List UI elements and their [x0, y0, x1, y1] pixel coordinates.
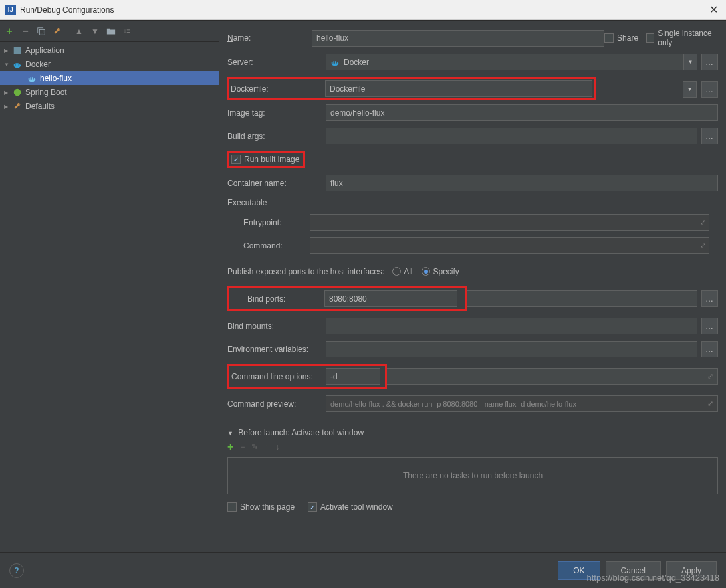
dockerfile-label: Dockerfile:: [231, 84, 325, 94]
bind-ports-label: Bind ports:: [231, 294, 324, 304]
container-name-label: Container name:: [227, 179, 326, 188]
cmdline-label: Command line options:: [231, 372, 326, 381]
expand-icon[interactable]: ⤢: [707, 399, 713, 408]
edit-task-button[interactable]: ✎: [251, 442, 258, 452]
specify-label: Specify: [433, 267, 459, 276]
env-vars-input[interactable]: [326, 341, 697, 357]
before-launch-section: ▼ Before launch: Activate tool window + …: [227, 428, 718, 512]
tree-application[interactable]: Application: [0, 43, 219, 57]
server-label: Server:: [227, 58, 326, 67]
radio-specify[interactable]: [422, 267, 430, 276]
build-args-input[interactable]: [326, 128, 697, 144]
expand-icon[interactable]: [4, 102, 12, 110]
preview-row: Command preview: demo/hello-flux . && do…: [227, 395, 718, 412]
window-title: Run/Debug Configurations: [20, 5, 707, 15]
move-down-button[interactable]: ▼: [90, 26, 100, 37]
build-args-row: Build args: …: [227, 128, 718, 144]
no-tasks-label: There are no tasks to run before launch: [403, 471, 543, 480]
image-tag-label: Image tag:: [227, 108, 326, 118]
before-launch-header[interactable]: ▼ Before launch: Activate tool window: [227, 428, 718, 437]
bind-ports-more-button[interactable]: …: [701, 290, 718, 307]
cmdline-input[interactable]: [326, 368, 380, 385]
move-task-up-button[interactable]: ↑: [265, 442, 269, 452]
run-built-image-checkbox[interactable]: Run built image: [231, 155, 299, 164]
apply-button[interactable]: Apply: [666, 561, 717, 580]
before-launch-label: Before launch: Activate tool window: [238, 428, 364, 437]
svg-rect-2: [14, 47, 21, 54]
bind-mounts-input[interactable]: [326, 318, 697, 334]
server-row: Server: Docker ▼ …: [227, 54, 718, 70]
folder-button[interactable]: [106, 26, 116, 37]
expand-icon[interactable]: [4, 60, 12, 68]
bottom-bar: ? OK Cancel Apply: [0, 552, 726, 588]
expand-icon[interactable]: [4, 88, 12, 96]
chevron-down-icon[interactable]: ▼: [684, 54, 697, 70]
docker-icon: [12, 59, 23, 70]
image-tag-row: Image tag:: [227, 104, 718, 121]
container-name-row: Container name:: [227, 175, 718, 191]
server-more-button[interactable]: …: [701, 54, 718, 70]
container-name-input[interactable]: [326, 175, 718, 191]
tree-label: Spring Boot: [25, 88, 67, 97]
share-label: Share: [617, 33, 638, 43]
single-instance-checkbox[interactable]: Single instance only: [646, 29, 718, 47]
env-vars-label: Environment variables:: [227, 345, 326, 354]
remove-config-button[interactable]: −: [20, 26, 31, 37]
right-panel: Name: Share Single instance only Server:…: [219, 21, 726, 570]
copy-config-button[interactable]: [36, 26, 47, 37]
executable-label: Executable: [227, 198, 718, 207]
expand-icon[interactable]: ⤢: [700, 218, 706, 227]
share-checkbox[interactable]: Share: [604, 33, 638, 43]
command-label: Command:: [227, 241, 310, 250]
publish-label: Publish exposed ports to the host interf…: [227, 267, 384, 276]
server-dropdown[interactable]: Docker ▼: [326, 54, 697, 70]
edit-templates-button[interactable]: [52, 26, 62, 37]
tree-label: hello-flux: [40, 74, 72, 83]
add-config-button[interactable]: +: [4, 26, 15, 37]
name-input[interactable]: [312, 30, 604, 47]
entrypoint-row: Entrypoint: ⤢: [227, 214, 718, 231]
main-area: + − ▲ ▼ ↓≡ Application: [0, 20, 726, 570]
add-task-button[interactable]: +: [227, 441, 233, 453]
show-page-checkbox[interactable]: Show this page: [227, 502, 295, 512]
preview-label: Command preview:: [227, 399, 326, 409]
dockerfile-more-button[interactable]: …: [701, 81, 718, 98]
left-panel: + − ▲ ▼ ↓≡ Application: [0, 21, 219, 570]
publish-row: Publish exposed ports to the host interf…: [227, 263, 718, 280]
help-button[interactable]: ?: [9, 563, 24, 578]
command-input[interactable]: [310, 237, 709, 254]
activate-tool-checkbox[interactable]: Activate tool window: [308, 502, 393, 512]
expand-icon[interactable]: ⤢: [700, 241, 706, 250]
env-vars-more-button[interactable]: …: [701, 341, 718, 357]
command-row: Command: ⤢: [227, 237, 718, 254]
tree-defaults[interactable]: Defaults: [0, 99, 219, 113]
dockerfile-dropdown[interactable]: Dockerfile: [325, 80, 592, 97]
svg-point-3: [14, 88, 21, 96]
cancel-button[interactable]: Cancel: [606, 561, 661, 580]
sort-button[interactable]: ↓≡: [122, 26, 132, 37]
chevron-down-icon[interactable]: ▼: [683, 81, 697, 98]
all-label: All: [404, 267, 412, 276]
entrypoint-input[interactable]: [310, 214, 709, 231]
expand-icon[interactable]: ⤢: [707, 372, 713, 381]
entrypoint-label: Entrypoint:: [227, 218, 310, 227]
tree-spring-boot[interactable]: Spring Boot: [0, 85, 219, 99]
titlebar: IJ Run/Debug Configurations ✕: [0, 0, 726, 20]
remove-task-button[interactable]: −: [240, 442, 245, 452]
svg-rect-1: [39, 29, 45, 35]
bind-mounts-more-button[interactable]: …: [701, 318, 718, 334]
tree-label: Defaults: [25, 102, 55, 111]
build-args-more-button[interactable]: …: [701, 128, 718, 144]
move-task-down-button[interactable]: ↓: [275, 442, 279, 452]
move-up-button[interactable]: ▲: [74, 26, 84, 37]
app-icon: IJ: [5, 5, 16, 15]
bind-ports-input[interactable]: [324, 290, 457, 307]
image-tag-input[interactable]: [326, 104, 718, 121]
tree-hello-flux[interactable]: hello-flux: [0, 71, 219, 85]
ok-button[interactable]: OK: [558, 561, 600, 580]
radio-all[interactable]: [392, 267, 401, 276]
close-icon[interactable]: ✕: [707, 3, 721, 16]
tree-docker[interactable]: Docker: [0, 57, 219, 71]
expand-icon[interactable]: [4, 47, 12, 54]
preview-value: demo/hello-flux . && docker run -p 8080:…: [330, 400, 705, 408]
